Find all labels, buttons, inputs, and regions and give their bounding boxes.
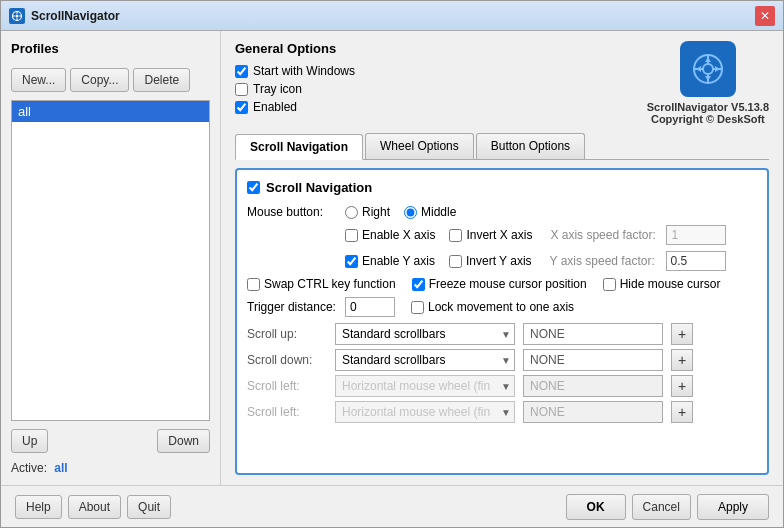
mouse-button-radio-group: Right Middle xyxy=(345,205,456,219)
freeze-cursor-checkbox[interactable] xyxy=(412,278,425,291)
scroll-down-dropdown-wrapper: Standard scrollbars ▼ xyxy=(335,349,515,371)
hide-cursor-checkbox[interactable] xyxy=(603,278,616,291)
freeze-cursor-item: Freeze mouse cursor position xyxy=(412,277,587,291)
lock-movement-checkbox[interactable] xyxy=(411,301,424,314)
middle-radio[interactable] xyxy=(404,206,417,219)
enable-x-axis-checkbox[interactable] xyxy=(345,229,358,242)
scroll-up-none-input[interactable] xyxy=(523,323,663,345)
lock-movement-item: Lock movement to one axis xyxy=(411,300,574,314)
cancel-button[interactable]: Cancel xyxy=(632,494,691,520)
content-area: Profiles New... Copy... Delete all Up Do… xyxy=(1,31,783,485)
invert-x-axis-label: Invert X axis xyxy=(466,228,532,242)
lock-movement-label: Lock movement to one axis xyxy=(428,300,574,314)
trigger-distance-input[interactable] xyxy=(345,297,395,317)
middle-radio-item: Middle xyxy=(404,205,456,219)
bottom-bar: Help About Quit OK Cancel Apply xyxy=(1,485,783,527)
scroll-left-2-plus-button[interactable]: + xyxy=(671,401,693,423)
svg-marker-12 xyxy=(705,57,711,62)
right-label: Right xyxy=(362,205,390,219)
scroll-down-none-input[interactable] xyxy=(523,349,663,371)
delete-profile-button[interactable]: Delete xyxy=(133,68,190,92)
tab-scroll-navigation[interactable]: Scroll Navigation xyxy=(235,134,363,160)
close-button[interactable]: ✕ xyxy=(755,6,775,26)
scroll-up-dropdown[interactable]: Standard scrollbars xyxy=(335,323,515,345)
start-with-windows-label: Start with Windows xyxy=(253,64,355,78)
invert-x-axis-checkbox[interactable] xyxy=(449,229,462,242)
profile-down-button[interactable]: Down xyxy=(157,429,210,453)
invert-y-axis-checkbox[interactable] xyxy=(449,255,462,268)
hide-cursor-label: Hide mouse cursor xyxy=(620,277,721,291)
scroll-left-1-dropdown[interactable]: Horizontal mouse wheel (fine) xyxy=(335,375,515,397)
profile-nav-buttons: Up Down xyxy=(11,429,210,453)
profile-up-button[interactable]: Up xyxy=(11,429,48,453)
bottom-left-buttons: Help About Quit xyxy=(15,495,171,519)
tray-icon-label: Tray icon xyxy=(253,82,302,96)
new-profile-button[interactable]: New... xyxy=(11,68,66,92)
freeze-cursor-label: Freeze mouse cursor position xyxy=(429,277,587,291)
active-profile-line: Active: all xyxy=(11,461,210,475)
copy-profile-button[interactable]: Copy... xyxy=(70,68,129,92)
enable-y-axis-checkbox[interactable] xyxy=(345,255,358,268)
scroll-left-1-label: Scroll left: xyxy=(247,379,327,393)
ok-button[interactable]: OK xyxy=(566,494,626,520)
profile-item-all[interactable]: all xyxy=(12,101,209,122)
start-with-windows-row: Start with Windows xyxy=(235,64,355,78)
scroll-down-dropdown[interactable]: Standard scrollbars xyxy=(335,349,515,371)
svg-marker-14 xyxy=(696,66,701,72)
enable-y-axis-item: Enable Y axis xyxy=(345,254,435,268)
tab-bar: Scroll Navigation Wheel Options Button O… xyxy=(235,133,769,160)
y-axis-checks: Enable Y axis Invert Y axis xyxy=(345,254,532,268)
active-label: Active: xyxy=(11,461,47,475)
tray-icon-checkbox[interactable] xyxy=(235,83,248,96)
scroll-down-row: Scroll down: Standard scrollbars ▼ + xyxy=(247,349,757,371)
scroll-left-2-none-input xyxy=(523,401,663,423)
scroll-left-1-none-input xyxy=(523,375,663,397)
scroll-up-label: Scroll up: xyxy=(247,327,327,341)
scroll-up-dropdown-wrapper: Standard scrollbars ▼ xyxy=(335,323,515,345)
scroll-down-plus-button[interactable]: + xyxy=(671,349,693,371)
help-button[interactable]: Help xyxy=(15,495,62,519)
active-value: all xyxy=(54,461,67,475)
general-options-left: General Options Start with Windows Tray … xyxy=(235,41,355,114)
bottom-right-buttons: OK Cancel Apply xyxy=(566,494,769,520)
general-options-section: General Options Start with Windows Tray … xyxy=(235,41,769,125)
hide-cursor-item: Hide mouse cursor xyxy=(603,277,721,291)
start-with-windows-checkbox[interactable] xyxy=(235,65,248,78)
about-button[interactable]: About xyxy=(68,495,121,519)
quit-button[interactable]: Quit xyxy=(127,495,171,519)
tray-icon-row: Tray icon xyxy=(235,82,355,96)
y-speed-input[interactable] xyxy=(666,251,726,271)
right-radio[interactable] xyxy=(345,206,358,219)
panel-header-title: Scroll Navigation xyxy=(266,180,372,195)
scroll-nav-enabled-checkbox[interactable] xyxy=(247,181,260,194)
scroll-left-1-dropdown-wrapper: Horizontal mouse wheel (fine) ▼ xyxy=(335,375,515,397)
scroll-down-label: Scroll down: xyxy=(247,353,327,367)
scroll-left-1-plus-button[interactable]: + xyxy=(671,375,693,397)
apply-button[interactable]: Apply xyxy=(697,494,769,520)
tab-wheel-options[interactable]: Wheel Options xyxy=(365,133,474,159)
enable-x-axis-item: Enable X axis xyxy=(345,228,435,242)
swap-ctrl-checkbox[interactable] xyxy=(247,278,260,291)
enabled-checkbox[interactable] xyxy=(235,101,248,114)
profile-buttons: New... Copy... Delete xyxy=(11,68,210,92)
enabled-row: Enabled xyxy=(235,100,355,114)
window-title: ScrollNavigator xyxy=(31,9,755,23)
app-version: ScrollNavigator V5.13.8 xyxy=(647,101,769,113)
trigger-distance-row: Trigger distance: Lock movement to one a… xyxy=(247,297,757,317)
x-speed-group: X axis speed factor: xyxy=(550,225,726,245)
scroll-left-2-label: Scroll left: xyxy=(247,405,327,419)
enable-x-axis-label: Enable X axis xyxy=(362,228,435,242)
panel-header: Scroll Navigation xyxy=(247,180,757,195)
invert-y-axis-label: Invert Y axis xyxy=(466,254,532,268)
svg-point-7 xyxy=(703,64,713,74)
profiles-title: Profiles xyxy=(11,41,210,56)
right-radio-item: Right xyxy=(345,205,390,219)
tab-button-options[interactable]: Button Options xyxy=(476,133,585,159)
x-speed-input[interactable] xyxy=(666,225,726,245)
x-speed-label: X axis speed factor: xyxy=(550,228,660,242)
main-window: ScrollNavigator ✕ Profiles New... Copy..… xyxy=(0,0,784,528)
scroll-left-2-dropdown[interactable]: Horizontal mouse wheel (fine) xyxy=(335,401,515,423)
y-axis-row: Enable Y axis Invert Y axis Y axis speed… xyxy=(247,251,757,271)
scroll-up-plus-button[interactable]: + xyxy=(671,323,693,345)
app-info-section: ScrollNavigator V5.13.8 Copyright © Desk… xyxy=(647,41,769,125)
